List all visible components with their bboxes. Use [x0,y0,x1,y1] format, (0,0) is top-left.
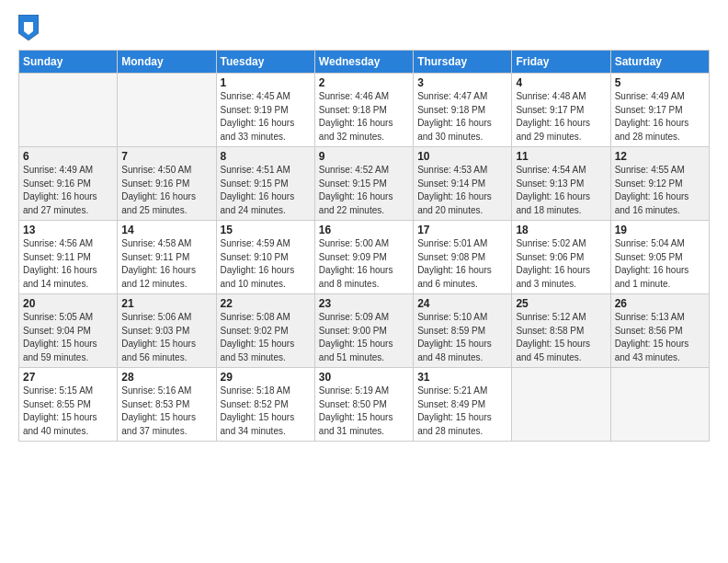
day-number: 26 [615,297,705,310]
weekday-header-sunday: Sunday [19,51,118,74]
calendar-cell: 9Sunrise: 4:52 AMSunset: 9:15 PMDaylight… [314,147,413,221]
day-info: Sunrise: 4:53 AMSunset: 9:14 PMDaylight:… [417,164,507,217]
calendar-week-row: 20Sunrise: 5:05 AMSunset: 9:04 PMDayligh… [19,294,710,368]
calendar-cell: 14Sunrise: 4:58 AMSunset: 9:11 PMDayligh… [118,221,216,294]
calendar-cell: 20Sunrise: 5:05 AMSunset: 9:04 PMDayligh… [19,294,118,368]
calendar-cell: 26Sunrise: 5:13 AMSunset: 8:56 PMDayligh… [610,294,709,368]
calendar-cell: 25Sunrise: 5:12 AMSunset: 8:58 PMDayligh… [512,294,610,368]
calendar-cell: 4Sunrise: 4:48 AMSunset: 9:17 PMDaylight… [512,74,610,147]
calendar-cell: 11Sunrise: 4:54 AMSunset: 9:13 PMDayligh… [512,147,610,221]
weekday-header-thursday: Thursday [414,51,512,74]
day-number: 14 [121,224,211,236]
day-number: 6 [23,150,113,163]
day-number: 30 [319,371,409,384]
day-info: Sunrise: 4:46 AMSunset: 9:18 PMDaylight:… [319,90,409,144]
calendar-cell: 8Sunrise: 4:51 AMSunset: 9:15 PMDaylight… [216,147,314,221]
weekday-header-saturday: Saturday [610,51,709,74]
calendar: SundayMondayTuesdayWednesdayThursdayFrid… [18,50,710,442]
day-info: Sunrise: 5:13 AMSunset: 8:56 PMDaylight:… [615,311,705,364]
logo [18,15,42,40]
calendar-cell: 22Sunrise: 5:08 AMSunset: 9:02 PMDayligh… [216,294,314,368]
day-info: Sunrise: 4:52 AMSunset: 9:15 PMDaylight:… [319,164,409,217]
calendar-cell: 19Sunrise: 5:04 AMSunset: 9:05 PMDayligh… [610,221,709,294]
page: SundayMondayTuesdayWednesdayThursdayFrid… [0,0,728,563]
day-number: 11 [516,150,606,163]
calendar-cell: 31Sunrise: 5:21 AMSunset: 8:49 PMDayligh… [414,368,512,442]
calendar-cell: 13Sunrise: 4:56 AMSunset: 9:11 PMDayligh… [19,221,118,294]
day-number: 31 [417,371,507,384]
day-info: Sunrise: 4:51 AMSunset: 9:15 PMDaylight:… [221,164,311,217]
day-number: 4 [516,76,606,89]
weekday-header-wednesday: Wednesday [314,51,413,74]
day-number: 3 [417,76,507,89]
calendar-cell: 21Sunrise: 5:06 AMSunset: 9:03 PMDayligh… [118,294,216,368]
weekday-header-tuesday: Tuesday [216,51,314,74]
calendar-week-row: 1Sunrise: 4:45 AMSunset: 9:19 PMDaylight… [19,74,710,147]
calendar-cell: 6Sunrise: 4:49 AMSunset: 9:16 PMDaylight… [19,147,118,221]
day-number: 8 [221,150,311,163]
day-info: Sunrise: 5:12 AMSunset: 8:58 PMDaylight:… [516,311,606,364]
calendar-cell: 15Sunrise: 4:59 AMSunset: 9:10 PMDayligh… [216,221,314,294]
calendar-cell: 5Sunrise: 4:49 AMSunset: 9:17 PMDaylight… [610,74,709,147]
day-info: Sunrise: 4:50 AMSunset: 9:16 PMDaylight:… [121,164,211,217]
calendar-cell: 7Sunrise: 4:50 AMSunset: 9:16 PMDaylight… [118,147,216,221]
day-info: Sunrise: 4:59 AMSunset: 9:10 PMDaylight:… [221,237,311,291]
day-number: 18 [516,224,606,236]
calendar-cell: 24Sunrise: 5:10 AMSunset: 8:59 PMDayligh… [414,294,512,368]
day-number: 17 [417,224,507,236]
calendar-cell: 1Sunrise: 4:45 AMSunset: 9:19 PMDaylight… [216,74,314,147]
day-info: Sunrise: 5:06 AMSunset: 9:03 PMDaylight:… [121,311,211,364]
day-info: Sunrise: 5:15 AMSunset: 8:55 PMDaylight:… [23,385,113,438]
day-number: 13 [23,224,113,236]
day-number: 20 [23,297,113,310]
calendar-cell: 16Sunrise: 5:00 AMSunset: 9:09 PMDayligh… [314,221,413,294]
calendar-week-row: 6Sunrise: 4:49 AMSunset: 9:16 PMDaylight… [19,147,710,221]
day-number: 29 [221,371,311,384]
calendar-cell: 10Sunrise: 4:53 AMSunset: 9:14 PMDayligh… [414,147,512,221]
calendar-cell: 18Sunrise: 5:02 AMSunset: 9:06 PMDayligh… [512,221,610,294]
calendar-cell: 29Sunrise: 5:18 AMSunset: 8:52 PMDayligh… [216,368,314,442]
calendar-cell: 17Sunrise: 5:01 AMSunset: 9:08 PMDayligh… [414,221,512,294]
day-info: Sunrise: 5:09 AMSunset: 9:00 PMDaylight:… [319,311,409,364]
day-number: 23 [319,297,409,310]
calendar-cell: 27Sunrise: 5:15 AMSunset: 8:55 PMDayligh… [19,368,118,442]
day-info: Sunrise: 4:54 AMSunset: 9:13 PMDaylight:… [516,164,606,217]
day-info: Sunrise: 5:02 AMSunset: 9:06 PMDaylight:… [516,237,606,291]
calendar-cell: 30Sunrise: 5:19 AMSunset: 8:50 PMDayligh… [314,368,413,442]
day-info: Sunrise: 4:49 AMSunset: 9:16 PMDaylight:… [23,164,113,217]
calendar-cell: 2Sunrise: 4:46 AMSunset: 9:18 PMDaylight… [314,74,413,147]
calendar-cell: 12Sunrise: 4:55 AMSunset: 9:12 PMDayligh… [610,147,709,221]
day-number: 27 [23,371,113,384]
day-info: Sunrise: 5:05 AMSunset: 9:04 PMDaylight:… [23,311,113,364]
day-info: Sunrise: 5:21 AMSunset: 8:49 PMDaylight:… [417,385,507,438]
calendar-cell [512,368,610,442]
day-number: 19 [615,224,705,236]
day-number: 16 [319,224,409,236]
day-info: Sunrise: 4:45 AMSunset: 9:19 PMDaylight:… [221,90,311,144]
day-info: Sunrise: 5:01 AMSunset: 9:08 PMDaylight:… [417,237,507,291]
header [18,15,710,40]
day-info: Sunrise: 4:55 AMSunset: 9:12 PMDaylight:… [615,164,705,217]
day-number: 24 [417,297,507,310]
day-info: Sunrise: 5:16 AMSunset: 8:53 PMDaylight:… [121,385,211,438]
day-number: 12 [615,150,705,163]
calendar-week-row: 27Sunrise: 5:15 AMSunset: 8:55 PMDayligh… [19,368,710,442]
day-info: Sunrise: 4:58 AMSunset: 9:11 PMDaylight:… [121,237,211,291]
day-info: Sunrise: 5:19 AMSunset: 8:50 PMDaylight:… [319,385,409,438]
weekday-header-friday: Friday [512,51,610,74]
day-number: 22 [221,297,311,310]
calendar-cell [610,368,709,442]
calendar-cell: 3Sunrise: 4:47 AMSunset: 9:18 PMDaylight… [414,74,512,147]
day-info: Sunrise: 4:47 AMSunset: 9:18 PMDaylight:… [417,90,507,144]
day-number: 15 [221,224,311,236]
day-number: 10 [417,150,507,163]
weekday-header-monday: Monday [118,51,216,74]
day-number: 9 [319,150,409,163]
day-info: Sunrise: 4:56 AMSunset: 9:11 PMDaylight:… [23,237,113,291]
day-info: Sunrise: 5:00 AMSunset: 9:09 PMDaylight:… [319,237,409,291]
calendar-cell: 28Sunrise: 5:16 AMSunset: 8:53 PMDayligh… [118,368,216,442]
day-info: Sunrise: 4:49 AMSunset: 9:17 PMDaylight:… [615,90,705,144]
calendar-week-row: 13Sunrise: 4:56 AMSunset: 9:11 PMDayligh… [19,221,710,294]
calendar-cell [19,74,118,147]
day-info: Sunrise: 5:18 AMSunset: 8:52 PMDaylight:… [221,385,311,438]
